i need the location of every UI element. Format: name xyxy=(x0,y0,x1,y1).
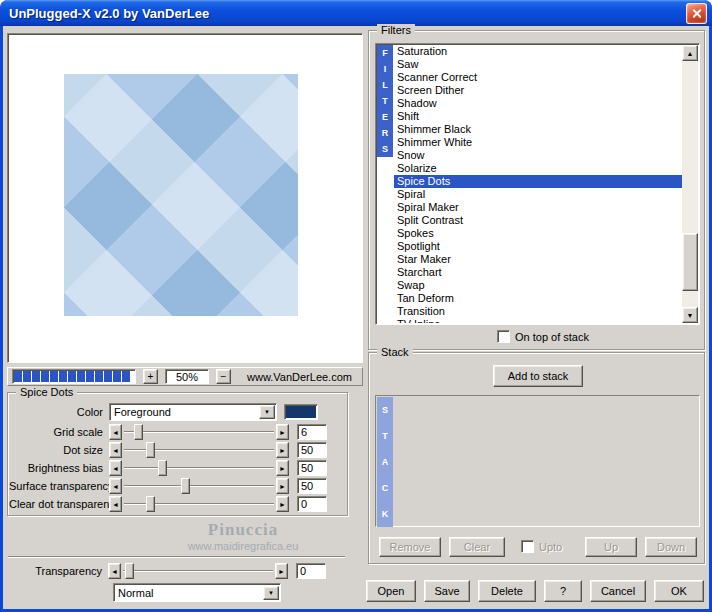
remove-button[interactable]: Remove xyxy=(379,537,441,557)
filter-item[interactable]: Starchart xyxy=(394,266,682,279)
filter-item[interactable]: TV Inline xyxy=(394,318,682,323)
scroll-down-icon[interactable] xyxy=(682,307,698,323)
chevron-down-icon[interactable] xyxy=(263,586,279,600)
titlebar[interactable]: UnPlugged-X v2.0 by VanDerLee xyxy=(0,0,712,26)
stack-list: STACK xyxy=(375,395,700,527)
open-button[interactable]: Open xyxy=(366,580,416,602)
param-row: Surface transparency xyxy=(9,477,346,495)
preview-panel[interactable] xyxy=(7,33,363,363)
watermark-name: Pinuccia xyxy=(143,520,343,540)
filter-item[interactable]: Solarize xyxy=(394,162,682,175)
up-button[interactable]: Up xyxy=(585,537,637,557)
filter-item[interactable]: Tan Deform xyxy=(394,292,682,305)
filter-item[interactable]: Split Contrast xyxy=(394,214,682,227)
filter-item[interactable]: Shadow xyxy=(394,97,682,110)
slider-thumb[interactable] xyxy=(146,442,155,458)
filter-item[interactable]: Spokes xyxy=(394,227,682,240)
slider-thumb[interactable] xyxy=(146,496,155,512)
filter-item[interactable]: Scanner Correct xyxy=(394,71,682,84)
preview-image[interactable] xyxy=(64,74,298,316)
close-button[interactable] xyxy=(686,3,707,24)
filter-item[interactable]: Star Maker xyxy=(394,253,682,266)
filter-item[interactable]: Shift xyxy=(394,110,682,123)
param-value-input[interactable] xyxy=(297,478,327,494)
color-select[interactable]: Foreground xyxy=(109,403,277,421)
transparency-value-input[interactable] xyxy=(296,563,326,579)
filter-item[interactable]: Spiral Maker xyxy=(394,201,682,214)
slider-right-arrow[interactable] xyxy=(276,496,289,512)
slider-track[interactable] xyxy=(123,424,275,440)
filter-item[interactable]: Shimmer Black xyxy=(394,123,682,136)
color-swatch[interactable] xyxy=(284,404,318,420)
upto-checkbox[interactable] xyxy=(521,540,534,553)
param-value-input[interactable] xyxy=(297,496,327,512)
param-value-input[interactable] xyxy=(297,424,327,440)
zoom-segment xyxy=(113,371,121,382)
filter-item[interactable]: Saturation xyxy=(394,45,682,58)
zoom-in-button[interactable]: + xyxy=(143,369,158,384)
on-top-checkbox-row[interactable]: On top of stack xyxy=(497,330,589,343)
slider-left-arrow[interactable] xyxy=(109,424,122,440)
strip-letter: F xyxy=(377,45,393,61)
cancel-button[interactable]: Cancel xyxy=(590,580,646,602)
down-button[interactable]: Down xyxy=(645,537,697,557)
website-text: www.VanDerLee.com xyxy=(247,371,352,383)
slider-right-arrow[interactable] xyxy=(276,442,289,458)
slider-rows: Grid scaleDot sizeBrightness biasSurface… xyxy=(9,423,346,513)
filter-item[interactable]: Spotlight xyxy=(394,240,682,253)
zoom-segment xyxy=(32,371,40,382)
zoom-segment xyxy=(77,371,85,382)
color-label: Color xyxy=(9,406,109,418)
slider-left-arrow[interactable] xyxy=(109,478,122,494)
slider-left-arrow[interactable] xyxy=(109,496,122,512)
slider-right-arrow[interactable] xyxy=(276,478,289,494)
add-to-stack-button[interactable]: Add to stack xyxy=(493,365,583,387)
slider-thumb[interactable] xyxy=(158,460,167,476)
filter-item[interactable]: Swap xyxy=(394,279,682,292)
slider-thumb[interactable] xyxy=(125,563,134,579)
zoom-segment xyxy=(95,371,103,382)
slider-right-arrow[interactable] xyxy=(276,424,289,440)
ok-button[interactable]: OK xyxy=(654,580,704,602)
upto-checkbox-row[interactable]: Upto xyxy=(521,540,562,553)
chevron-down-icon[interactable] xyxy=(259,405,275,419)
slider-left-arrow[interactable] xyxy=(109,442,122,458)
filter-item[interactable]: Saw xyxy=(394,58,682,71)
slider-thumb[interactable] xyxy=(134,424,143,440)
scroll-up-icon[interactable] xyxy=(682,45,698,61)
strip-letter: I xyxy=(377,61,393,77)
param-value-input[interactable] xyxy=(297,460,327,476)
watermark-url: www.maidiregrafica.eu xyxy=(143,540,343,552)
help-button[interactable]: ? xyxy=(544,580,582,602)
zoom-progress xyxy=(12,369,136,384)
param-value-input[interactable] xyxy=(297,442,327,458)
slider-track[interactable] xyxy=(122,563,274,579)
slider-right-arrow[interactable] xyxy=(276,460,289,476)
delete-button[interactable]: Delete xyxy=(478,580,536,602)
scrollbar-thumb[interactable] xyxy=(682,233,698,291)
filter-item[interactable]: Spiral xyxy=(394,188,682,201)
param-row: Grid scale xyxy=(9,423,346,441)
slider-track[interactable] xyxy=(123,478,275,494)
filter-item[interactable]: Shimmer White xyxy=(394,136,682,149)
filter-item[interactable]: Screen Dither xyxy=(394,84,682,97)
zoom-level: 50% xyxy=(165,369,209,384)
zoom-out-button[interactable]: − xyxy=(216,369,231,384)
filter-item[interactable]: Transition xyxy=(394,305,682,318)
slider-right-arrow[interactable] xyxy=(275,563,288,579)
clear-button[interactable]: Clear xyxy=(449,537,505,557)
filter-scrollbar[interactable] xyxy=(682,45,698,323)
strip-letter: T xyxy=(377,93,393,109)
on-top-checkbox[interactable] xyxy=(497,330,510,343)
slider-track[interactable] xyxy=(123,460,275,476)
strip-letter: L xyxy=(377,77,393,93)
blend-mode-select[interactable]: Normal xyxy=(113,583,281,602)
slider-left-arrow[interactable] xyxy=(108,563,121,579)
save-button[interactable]: Save xyxy=(424,580,470,602)
slider-track[interactable] xyxy=(123,496,275,512)
slider-track[interactable] xyxy=(123,442,275,458)
filter-item[interactable]: Snow xyxy=(394,149,682,162)
slider-thumb[interactable] xyxy=(181,478,190,494)
filter-item[interactable]: Spice Dots xyxy=(394,175,682,188)
slider-left-arrow[interactable] xyxy=(109,460,122,476)
